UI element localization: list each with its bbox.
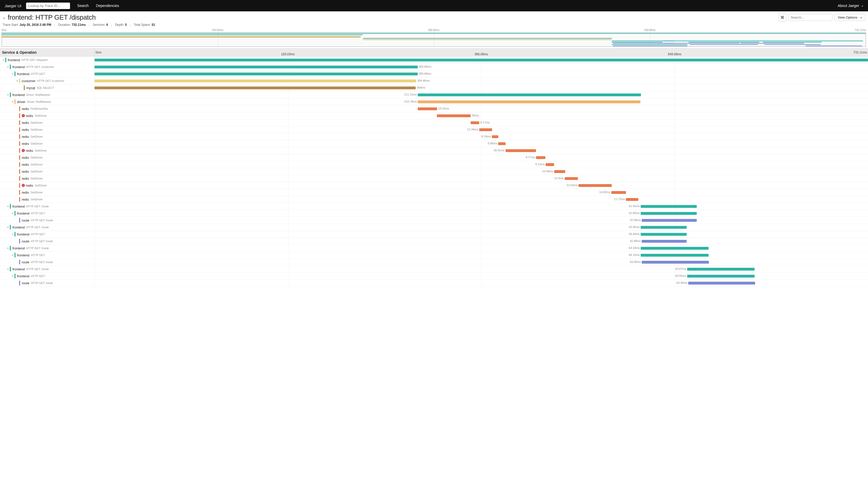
span-row[interactable]: redisGetDriver11.72ms bbox=[0, 196, 868, 203]
span-timeline-cell[interactable]: 12.34ms bbox=[95, 126, 868, 133]
span-bar[interactable] bbox=[687, 275, 754, 278]
trace-lookup-input[interactable] bbox=[26, 3, 70, 9]
span-bar[interactable] bbox=[95, 79, 416, 83]
span-label-cell[interactable]: redisGetDriver bbox=[0, 154, 95, 161]
span-bar[interactable] bbox=[611, 191, 626, 194]
span-row[interactable]: redisGetDriver12.34ms bbox=[0, 126, 868, 133]
span-bar[interactable] bbox=[642, 219, 697, 222]
span-label-cell[interactable]: frontendHTTP GET bbox=[0, 210, 95, 217]
span-row[interactable]: redisFindDriverIDs18.23ms bbox=[0, 105, 868, 112]
span-label-cell[interactable]: routeHTTP GET /route bbox=[0, 238, 95, 245]
span-row[interactable]: redisGetDriver6.24ms bbox=[0, 133, 868, 140]
collapse-icon[interactable] bbox=[6, 205, 10, 208]
span-timeline-cell[interactable]: 52.08ms bbox=[95, 217, 868, 224]
span-bar[interactable] bbox=[536, 156, 545, 159]
span-bar[interactable] bbox=[418, 100, 641, 103]
collapse-icon[interactable] bbox=[11, 233, 14, 236]
span-timeline-cell[interactable]: 6.24ms bbox=[95, 133, 868, 140]
span-label-cell[interactable]: frontendHTTP GET /dispatch bbox=[0, 57, 95, 63]
nav-dependencies-link[interactable]: Dependencies bbox=[96, 4, 119, 8]
span-label-cell[interactable]: redisGetDriver bbox=[0, 168, 95, 175]
span-timeline-cell[interactable]: 305.88ms bbox=[95, 70, 868, 77]
span-label-cell[interactable]: !redisGetDriver bbox=[0, 182, 95, 189]
span-row[interactable]: !redisGetDriver32ms bbox=[0, 112, 868, 119]
view-options-dropdown[interactable]: View Options bbox=[834, 14, 865, 21]
span-bar[interactable] bbox=[546, 163, 554, 166]
collapse-icon[interactable] bbox=[6, 65, 10, 68]
span-label-cell[interactable]: frontendHTTP GET bbox=[0, 70, 95, 77]
span-bar[interactable] bbox=[95, 59, 868, 61]
span-label-cell[interactable]: frontendHTTP GET bbox=[0, 252, 95, 258]
span-timeline-cell[interactable]: 63.65ms bbox=[95, 273, 868, 279]
span-timeline-cell[interactable]: 304.46ms bbox=[95, 77, 868, 84]
span-label-cell[interactable]: routeHTTP GET /route bbox=[0, 217, 95, 224]
span-label-cell[interactable]: redisGetDriver bbox=[0, 140, 95, 147]
span-timeline-cell[interactable]: 52.89ms bbox=[95, 210, 868, 217]
span-timeline-cell[interactable]: 6.96ms bbox=[95, 140, 868, 147]
span-label-cell[interactable]: frontendHTTP GET: /route bbox=[0, 224, 95, 231]
span-bar[interactable] bbox=[437, 115, 471, 117]
span-timeline-cell[interactable]: 11.72ms bbox=[95, 196, 868, 203]
span-bar[interactable] bbox=[641, 205, 696, 208]
span-bar[interactable] bbox=[554, 170, 565, 173]
span-bar[interactable] bbox=[95, 66, 418, 68]
span-row[interactable]: redisGetDriver8.17ms bbox=[0, 119, 868, 126]
span-timeline-cell[interactable]: 42.48ms bbox=[95, 238, 868, 245]
collapse-icon[interactable] bbox=[6, 267, 10, 270]
span-timeline-cell[interactable]: 305.89ms bbox=[95, 64, 868, 70]
span-row[interactable]: frontendHTTP GET: /route63.67ms bbox=[0, 266, 868, 273]
span-bar[interactable] bbox=[688, 282, 755, 285]
span-bar[interactable] bbox=[642, 261, 709, 264]
span-row[interactable]: routeHTTP GET /route42.48ms bbox=[0, 238, 868, 245]
span-bar[interactable] bbox=[479, 128, 492, 131]
span-row[interactable]: frontendHTTP GET52.89ms bbox=[0, 210, 868, 217]
span-bar[interactable] bbox=[579, 184, 612, 187]
collapse-icon[interactable] bbox=[6, 93, 10, 96]
span-label-cell[interactable]: !redisGetDriver bbox=[0, 112, 95, 119]
span-row[interactable]: frontendHTTP GET /dispatch bbox=[0, 57, 868, 64]
span-timeline-cell[interactable]: 63.36ms bbox=[95, 280, 868, 286]
span-row[interactable]: !redisGetDriver31.63ms bbox=[0, 182, 868, 189]
span-timeline-cell[interactable]: 43.44ms bbox=[95, 231, 868, 237]
span-timeline-cell[interactable]: 12.4ms bbox=[95, 175, 868, 182]
span-row[interactable]: frontendHTTP GET: /route43.45ms bbox=[0, 224, 868, 231]
span-row[interactable]: frontendHTTP GET64.15ms bbox=[0, 252, 868, 259]
span-row[interactable]: frontendHTTP GET: /customer305.89ms bbox=[0, 64, 868, 70]
span-label-cell[interactable]: redisGetDriver bbox=[0, 133, 95, 140]
collapse-icon[interactable] bbox=[11, 254, 14, 257]
span-label-cell[interactable]: redisGetDriver bbox=[0, 161, 95, 168]
span-label-cell[interactable]: redisGetDriver bbox=[0, 126, 95, 133]
span-label-cell[interactable]: redisFindDriverIDs bbox=[0, 105, 95, 112]
span-label-cell[interactable]: mysqlSQL SELECT bbox=[0, 85, 95, 91]
span-bar[interactable] bbox=[642, 240, 687, 243]
span-bar[interactable] bbox=[626, 198, 638, 201]
span-timeline-cell[interactable]: 31.63ms bbox=[95, 182, 868, 189]
span-bar[interactable] bbox=[95, 72, 418, 75]
span-bar[interactable] bbox=[498, 142, 505, 145]
span-label-cell[interactable]: frontendHTTP GET: /route bbox=[0, 203, 95, 210]
span-timeline-cell[interactable]: 211.15ms bbox=[95, 91, 868, 98]
span-timeline-cell[interactable]: 10.49ms bbox=[95, 168, 868, 175]
collapse-icon[interactable] bbox=[6, 247, 10, 250]
span-timeline-cell[interactable]: 14.02ms bbox=[95, 189, 868, 196]
collapse-icon[interactable] bbox=[6, 226, 10, 229]
span-bar[interactable] bbox=[641, 212, 696, 215]
span-row[interactable]: driverDriver::findNearest210.78ms bbox=[0, 98, 868, 105]
span-timeline-cell[interactable]: 28.81ms bbox=[95, 147, 868, 154]
span-bar[interactable] bbox=[95, 87, 416, 89]
collapse-icon[interactable] bbox=[11, 72, 14, 75]
span-row[interactable]: customerHTTP GET /customer304.46ms bbox=[0, 77, 868, 85]
span-label-cell[interactable]: routeHTTP GET /route bbox=[0, 259, 95, 265]
span-label-cell[interactable]: driverDriver::findNearest bbox=[0, 98, 95, 105]
span-bar[interactable] bbox=[418, 93, 641, 96]
span-row[interactable]: frontendHTTP GET63.65ms bbox=[0, 273, 868, 280]
span-row[interactable]: routeHTTP GET /route63.48ms bbox=[0, 259, 868, 266]
span-label-cell[interactable]: frontendDriver::findNearest bbox=[0, 91, 95, 98]
span-timeline-cell[interactable]: 8.77ms bbox=[95, 154, 868, 161]
span-row[interactable]: redisGetDriver10.49ms bbox=[0, 168, 868, 175]
span-bar[interactable] bbox=[641, 226, 687, 229]
minimap-canvas[interactable] bbox=[2, 32, 866, 47]
span-row[interactable]: frontendHTTP GET43.44ms bbox=[0, 231, 868, 238]
minimap[interactable]: 0ms183.03ms366.06ms549.08ms732.11ms bbox=[0, 29, 868, 47]
span-label-cell[interactable]: !redisGetDriver bbox=[0, 147, 95, 154]
